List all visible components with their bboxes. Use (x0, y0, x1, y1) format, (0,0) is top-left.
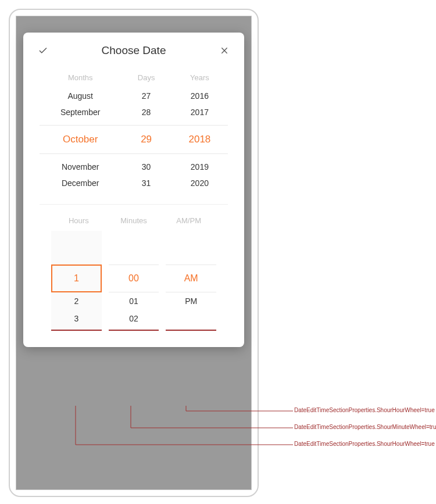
callout-ampm: DateEditTimeSectionProperties.ShourHourW… (294, 407, 435, 413)
date-section: Months Days Years August 27 2016 Septemb… (23, 73, 244, 191)
year-selected[interactable]: 2018 (171, 126, 228, 153)
minute-wheel[interactable]: 00 01 02 (109, 231, 159, 331)
month-option[interactable]: November (40, 159, 121, 175)
minute-selected[interactable]: 00 (109, 264, 159, 292)
date-row-below-1[interactable]: November 30 2019 (40, 159, 228, 175)
confirm-icon[interactable] (37, 45, 49, 56)
hour-option[interactable]: 2 (51, 292, 102, 310)
date-row-below-2[interactable]: December 31 2020 (40, 175, 228, 191)
minute-option[interactable]: 01 (109, 292, 159, 310)
ampm-option[interactable]: PM (166, 292, 216, 310)
month-option[interactable]: August (40, 88, 121, 104)
phone-frame: Choose Date Months Days Years August 27 … (9, 9, 259, 497)
ampm-wheel[interactable]: AM PM (166, 231, 216, 331)
date-row-selected[interactable]: October 29 2018 (40, 126, 228, 153)
callout-minute: DateEditTimeSectionProperties.ShourMinut… (294, 424, 436, 430)
hour-option[interactable]: 3 (51, 310, 102, 327)
day-option[interactable]: 31 (121, 175, 171, 191)
year-option[interactable]: 2017 (171, 104, 228, 120)
time-column-headers: Hours Minutes AM/PM (40, 216, 228, 225)
dialog-title: Choose Date (102, 44, 166, 57)
close-icon[interactable] (219, 45, 230, 56)
hours-header: Hours (51, 216, 106, 225)
callout-hour: DateEditTimeSectionProperties.ShourHourW… (294, 441, 435, 447)
day-selected[interactable]: 29 (121, 126, 171, 153)
day-option[interactable]: 30 (121, 159, 171, 175)
day-option[interactable]: 28 (121, 104, 171, 120)
ampm-spacer (166, 310, 216, 327)
hour-underline (51, 330, 102, 331)
phone-screen: Choose Date Months Days Years August 27 … (16, 16, 252, 490)
month-selected[interactable]: October (40, 126, 121, 153)
ampm-selected[interactable]: AM (166, 264, 216, 292)
months-header: Months (40, 73, 121, 82)
year-option[interactable]: 2020 (171, 175, 228, 191)
day-option[interactable]: 27 (121, 88, 171, 104)
ampm-underline (166, 330, 216, 331)
hour-wheel[interactable]: 1 2 3 (51, 231, 102, 331)
dialog-header: Choose Date (23, 33, 244, 66)
year-option[interactable]: 2019 (171, 159, 228, 175)
time-section: Hours Minutes AM/PM 1 2 3 00 01 02 (23, 216, 244, 331)
section-divider (40, 204, 228, 205)
minute-underline (109, 330, 159, 331)
month-option[interactable]: September (40, 104, 121, 120)
minute-option[interactable]: 02 (109, 310, 159, 327)
year-option[interactable]: 2016 (171, 88, 228, 104)
days-header: Days (121, 73, 171, 82)
date-picker-dialog: Choose Date Months Days Years August 27 … (23, 33, 244, 347)
date-row-above-2[interactable]: September 28 2017 (40, 104, 228, 120)
minutes-header: Minutes (106, 216, 162, 225)
date-selected-band: October 29 2018 (40, 125, 228, 154)
ampm-header: AM/PM (161, 216, 216, 225)
month-option[interactable]: December (40, 175, 121, 191)
date-row-above-1[interactable]: August 27 2016 (40, 88, 228, 104)
hour-selected[interactable]: 1 (51, 264, 102, 292)
years-header: Years (171, 73, 228, 82)
date-column-headers: Months Days Years (40, 73, 228, 82)
time-wheels: 1 2 3 00 01 02 AM PM (40, 231, 228, 331)
